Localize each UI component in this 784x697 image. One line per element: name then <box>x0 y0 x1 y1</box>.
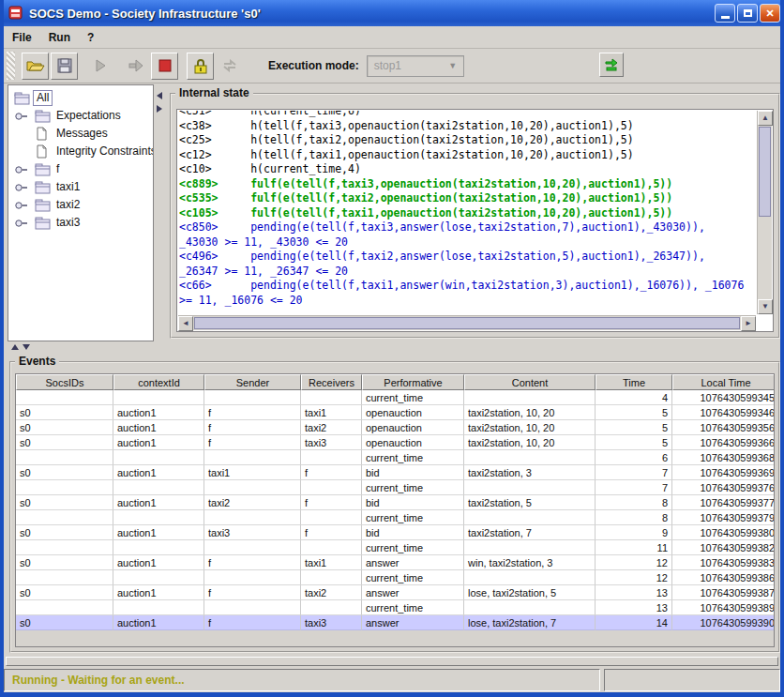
save-button[interactable] <box>51 53 78 80</box>
table-row[interactable]: s0auction1ftaxi2openauctiontaxi2station,… <box>16 420 774 435</box>
internal-state-textarea[interactable]: <c51> h(current_time,6)<c38> h(tell(f,ta… <box>179 111 756 314</box>
table-cell: f <box>204 420 301 435</box>
events-title: Events <box>15 355 59 368</box>
launch-button[interactable] <box>599 53 624 77</box>
table-cell: 1076430599368 <box>672 450 775 465</box>
scroll-left-icon[interactable]: ◄ <box>178 316 193 331</box>
scroll-up-icon[interactable]: ▲ <box>758 111 773 126</box>
table-row[interactable]: current_time71076430599376 <box>16 480 774 495</box>
tree-item-integrity-constraints[interactable]: Integrity Constraints <box>8 143 153 160</box>
table-cell <box>301 600 362 615</box>
table-row[interactable]: current_time131076430599389 <box>16 600 774 615</box>
table-cell: s0 <box>16 420 113 435</box>
scroll-down-icon[interactable]: ▼ <box>758 299 773 314</box>
table-cell <box>464 600 596 615</box>
column-header-socsids[interactable]: SocsIDs <box>16 374 113 390</box>
column-header-receivers[interactable]: Receivers <box>301 374 362 390</box>
table-cell: 6 <box>596 450 672 465</box>
column-header-performative[interactable]: Performative <box>362 374 464 390</box>
table-row[interactable]: s0auction1ftaxi1answerwin, taxi2station,… <box>16 555 774 570</box>
internal-state-hscrollbar[interactable]: ◄ ► <box>178 315 756 330</box>
agent-tree[interactable]: AllExpectationsMessagesIntegrity Constra… <box>8 84 154 341</box>
maximize-button[interactable] <box>737 4 758 23</box>
table-cell <box>113 540 204 555</box>
table-cell <box>464 450 596 465</box>
table-cell: 1076430599386 <box>672 570 775 585</box>
window-title: SOCS Demo - Society Infrastructure 's0' <box>29 7 261 21</box>
expand-handle-icon[interactable] <box>14 217 35 230</box>
table-row[interactable]: s0auction1ftaxi2answerlose, taxi2station… <box>16 585 774 600</box>
collapse-right-icon[interactable] <box>157 105 162 113</box>
stop-button[interactable] <box>151 53 178 80</box>
title-bar[interactable]: SOCS Demo - Society Infrastructure 's0' … <box>0 0 784 26</box>
menu-file[interactable]: File <box>4 26 40 48</box>
open-button[interactable] <box>22 53 49 80</box>
table-cell: taxi2station, 5 <box>464 495 596 510</box>
menu-run[interactable]: Run <box>40 26 79 48</box>
collapse-left-icon[interactable] <box>157 92 162 99</box>
table-row[interactable]: current_time81076430599379 <box>16 510 774 525</box>
tree-item-taxi1[interactable]: taxi1 <box>8 178 153 196</box>
internal-state-line: _43030 >= 11, _43030 <= 20 <box>179 235 756 250</box>
minimize-button[interactable] <box>715 4 735 23</box>
table-cell: 13 <box>596 600 672 615</box>
table-row[interactable]: s0auction1taxi3fbidtaxi2station, 7910764… <box>16 525 774 540</box>
vscroll-thumb[interactable] <box>759 127 771 217</box>
internal-state-line: <c496> pending(e(tell(f,taxi2,answer(los… <box>179 250 756 265</box>
menu-help[interactable]: ? <box>79 26 102 48</box>
refresh-button[interactable] <box>216 53 243 80</box>
step-button[interactable] <box>122 53 149 80</box>
expand-handle-icon[interactable] <box>14 110 35 123</box>
tree-item-messages[interactable]: Messages <box>8 125 153 143</box>
collapse-up-icon[interactable] <box>11 344 19 350</box>
table-row[interactable]: s0auction1ftaxi3answerlose, taxi2station… <box>16 615 774 630</box>
expand-handle-icon[interactable] <box>14 181 35 194</box>
internal-state-line: <c10> h(current_time,4) <box>179 162 756 177</box>
hscroll-thumb[interactable] <box>194 317 740 329</box>
collapse-down-icon[interactable] <box>23 344 30 350</box>
table-cell: f <box>204 435 301 450</box>
tree-item-f[interactable]: f <box>8 160 153 178</box>
vertical-splitter[interactable] <box>154 84 167 341</box>
tree-item-taxi2[interactable]: taxi2 <box>8 196 153 214</box>
table-row[interactable]: s0auction1taxi2fbidtaxi2station, 5810764… <box>16 495 774 510</box>
table-cell <box>464 480 596 495</box>
table-cell: openauction <box>362 435 464 450</box>
toolbar-drag-handle[interactable] <box>7 52 15 80</box>
column-header-sender[interactable]: Sender <box>204 374 301 390</box>
table-row[interactable]: current_time111076430599382 <box>16 540 774 555</box>
table-row[interactable]: s0auction1ftaxi1openauctiontaxi2station,… <box>16 405 774 420</box>
table-cell <box>464 390 596 405</box>
table-row[interactable]: current_time121076430599386 <box>16 570 774 585</box>
internal-state-vscrollbar[interactable]: ▲ ▼ <box>757 111 772 314</box>
play-button[interactable] <box>86 53 113 80</box>
table-cell: taxi2station, 3 <box>464 465 596 480</box>
column-header-content[interactable]: Content <box>464 374 596 390</box>
table-cell: current_time <box>362 510 464 525</box>
tree-item-expectations[interactable]: Expectations <box>8 107 153 125</box>
expand-handle-icon[interactable] <box>14 163 35 176</box>
column-header-local-time[interactable]: Local Time <box>672 374 775 390</box>
scroll-right-icon[interactable]: ► <box>741 316 756 331</box>
table-row[interactable]: s0auction1taxi1fbidtaxi2station, 3710764… <box>16 465 774 480</box>
column-header-time[interactable]: Time <box>596 374 672 390</box>
window-controls: ✕ <box>715 4 780 23</box>
close-button[interactable]: ✕ <box>760 4 780 23</box>
execution-mode-combobox[interactable]: stop1 ▼ <box>367 55 464 77</box>
lock-button[interactable] <box>187 53 214 80</box>
document-icon <box>35 127 53 141</box>
expand-handle-icon[interactable] <box>14 199 35 212</box>
tree-item-all[interactable]: All <box>8 89 153 107</box>
table-row[interactable]: current_time41076430599345 <box>16 390 774 405</box>
column-header-contextid[interactable]: contextId <box>113 374 204 390</box>
tree-item-label: All <box>33 90 53 106</box>
internal-state-line: <c535> fulf(e(tell(f,taxi2,openauction(t… <box>179 191 756 206</box>
table-cell: 1076430599346 <box>672 405 775 420</box>
horizontal-splitter[interactable] <box>4 341 780 355</box>
table-cell: 12 <box>596 570 672 585</box>
table-cell <box>301 390 362 405</box>
tree-item-taxi3[interactable]: taxi3 <box>8 214 153 232</box>
table-row[interactable]: s0auction1ftaxi3openauctiontaxi2station,… <box>16 435 774 450</box>
internal-state-title: Internal state <box>175 86 253 99</box>
table-row[interactable]: current_time61076430599368 <box>16 450 774 465</box>
